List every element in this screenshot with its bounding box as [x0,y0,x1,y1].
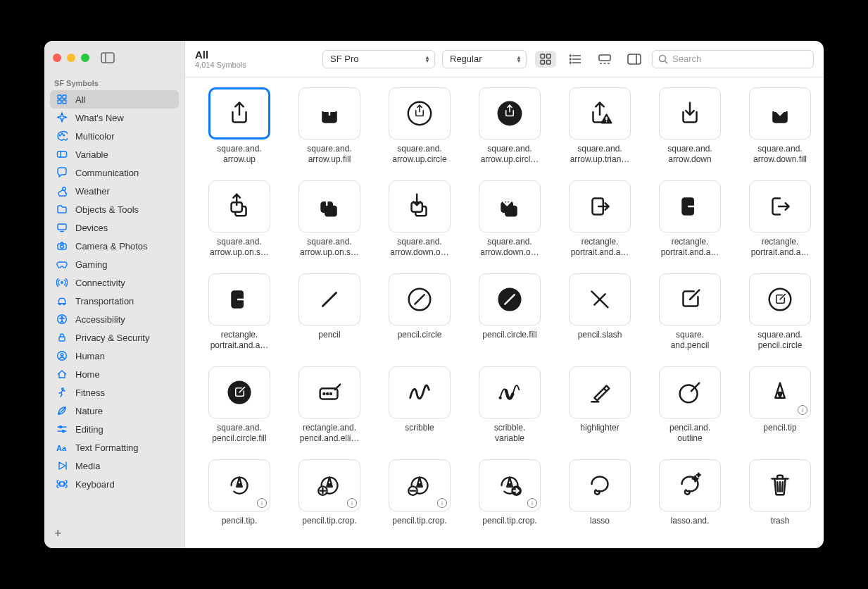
symbol-cell[interactable]: rectangle.and.pencil.and.elli… [291,366,368,444]
gallery-view-button[interactable] [594,51,615,68]
symbol-tile [659,366,721,418]
svg-line-50 [322,292,336,306]
sidebar-item-devices[interactable]: Devices [50,218,179,237]
search-input[interactable] [672,54,807,64]
sidebar-item-human[interactable]: Human [50,347,179,365]
sidebar-item-variable[interactable]: Variable [50,145,179,163]
sidebar-item-label: Fitness [75,388,105,398]
symbol-cell[interactable]: scribble [381,366,458,444]
symbol-cell[interactable]: pencil.slash [561,273,639,351]
symbol-cell[interactable]: lasso [561,459,639,526]
symbol-cell[interactable]: lasso.and. [651,459,729,526]
symbol-cell[interactable]: pencil.and.outline [651,366,729,444]
symbol-tile [569,273,631,326]
titlebar [44,41,184,75]
sidebar-item-nature[interactable]: Nature [50,402,179,420]
symbol-cell[interactable]: square.and.arrow.down.fill [741,87,819,165]
svg-line-19 [665,61,667,63]
sidebar-item-keyboard[interactable]: Keyboard [50,475,179,493]
symbol-cell[interactable]: i pencil.tip [741,366,819,444]
symbol-cell[interactable]: square.and.arrow.up.on.s… [291,180,368,258]
sidebar-item-fitness[interactable]: Fitness [50,383,179,402]
square.and.arrow.up.circle-icon [405,99,434,128]
symbol-tile: i [749,366,811,418]
symbol-cell[interactable]: i pencil.tip. [201,459,278,526]
sidebar-item-transportation[interactable]: Transportation [50,292,179,310]
toggle-sidebar-button[interactable] [101,52,115,63]
symbol-cell[interactable]: rectangle.portrait.and.a… [561,180,639,258]
grid-2x2-icon [56,94,68,105]
sidebar-item-what-s-new[interactable]: What's New [50,108,179,127]
symbol-cell[interactable]: i pencil.tip.crop. [471,459,548,526]
svg-line-69 [691,383,699,391]
symbol-tile [569,180,631,232]
symbol-cell[interactable]: pencil [291,273,368,351]
symbol-cell[interactable]: trash [741,459,819,526]
symbol-cell[interactable]: square.and.pencil [651,273,729,351]
house-icon [56,368,68,380]
figure-run-icon [56,387,68,398]
sidebar-item-connectivity[interactable]: Connectivity [50,273,179,292]
symbol-cell[interactable]: rectangle.portrait.and.a… [741,180,819,258]
trash-icon [765,471,795,500]
sidebar-item-communication[interactable]: Communication [50,163,179,182]
scribble-icon [405,378,434,407]
toggle-inspector-button[interactable] [624,51,645,68]
symbol-label: square.and.pencil [671,330,710,351]
symbol-cell[interactable]: square.and.arrow.down.o… [381,180,458,258]
symbol-cell[interactable]: square.and.arrow.up.circle [381,87,458,165]
symbol-cell[interactable]: square.and.arrow.up.trian… [561,87,639,165]
symbol-cell[interactable]: square.and.arrow.down.o… [471,180,548,258]
symbol-cell[interactable]: i pencil.tip.crop. [291,459,368,526]
weight-select[interactable]: Regular ▲▼ [442,50,527,68]
sidebar-item-all[interactable]: All [50,90,179,108]
minimize-window-button[interactable] [67,54,75,62]
symbol-cell[interactable]: square.and.pencil.circle.fill [201,366,278,444]
symbol-cell[interactable]: square.and.pencil.circle [741,273,819,351]
add-collection-button[interactable]: + [51,523,65,544]
symbol-tile: i [479,459,541,512]
sidebar-item-accessibility[interactable]: Accessibility [50,310,179,328]
symbol-cell[interactable]: square.and.arrow.up [201,87,278,165]
sidebar-item-media[interactable]: Media [50,457,179,475]
sidebar-item-label: Transportation [75,296,134,306]
symbol-cell[interactable]: pencil.circle [381,273,458,351]
symbol-cell[interactable]: scribble.variable [471,366,548,444]
symbol-label: square.and.arrow.up.on.s… [210,237,269,258]
pencil.and.outline-icon [675,378,705,407]
close-window-button[interactable] [53,54,61,62]
sidebar-item-text-formatting[interactable]: Text Formatting [50,438,179,457]
sidebar-item-camera-photos[interactable]: Camera & Photos [50,237,179,255]
symbol-label: pencil.tip. [222,516,258,526]
symbol-cell[interactable]: square.and.arrow.up.on.s… [201,180,278,258]
search-field[interactable] [652,50,814,68]
symbol-cell[interactable]: rectangle.portrait.and.a… [201,273,278,351]
sidebar-item-home[interactable]: Home [50,365,179,383]
symbol-cell[interactable]: highlighter [561,366,639,444]
zoom-window-button[interactable] [81,54,89,62]
sidebar-item-gaming[interactable]: Gaming [50,255,179,273]
symbol-cell[interactable]: pencil.circle.fill [471,273,548,351]
sidebar-item-label: Variable [75,149,108,160]
symbol-cell[interactable]: square.and.arrow.up.circl… [471,87,548,165]
list-view-button[interactable] [565,51,586,68]
font-select[interactable]: SF Pro ▲▼ [322,50,435,68]
symbol-grid-scroll[interactable]: square.and.arrow.up square.and.arrow.up.… [185,78,824,548]
symbol-cell[interactable]: rectangle.portrait.and.a… [651,180,729,258]
info-badge-icon: i [347,498,357,508]
grid-view-button[interactable] [535,51,556,68]
sidebar-item-privacy-security[interactable]: Privacy & Security [50,328,179,347]
symbol-tile [749,87,811,140]
sidebar-item-label: Devices [75,223,108,233]
symbol-cell[interactable]: square.and.arrow.up.fill [291,87,368,165]
square.and.arrow.down.on.square.fill-icon [495,192,524,221]
sidebar-item-objects-tools[interactable]: Objects & Tools [50,200,179,218]
sidebar-item-multicolor[interactable]: Multicolor [50,127,179,145]
symbol-cell[interactable]: i pencil.tip.crop. [381,459,458,526]
sidebar-item-weather[interactable]: Weather [50,182,179,200]
symbol-tile: i [208,459,270,512]
sidebar-item-editing[interactable]: Editing [50,420,179,438]
symbol-label: scribble.variable [494,423,526,444]
symbol-cell[interactable]: square.and.arrow.down [651,87,729,165]
palette-icon [56,130,68,142]
